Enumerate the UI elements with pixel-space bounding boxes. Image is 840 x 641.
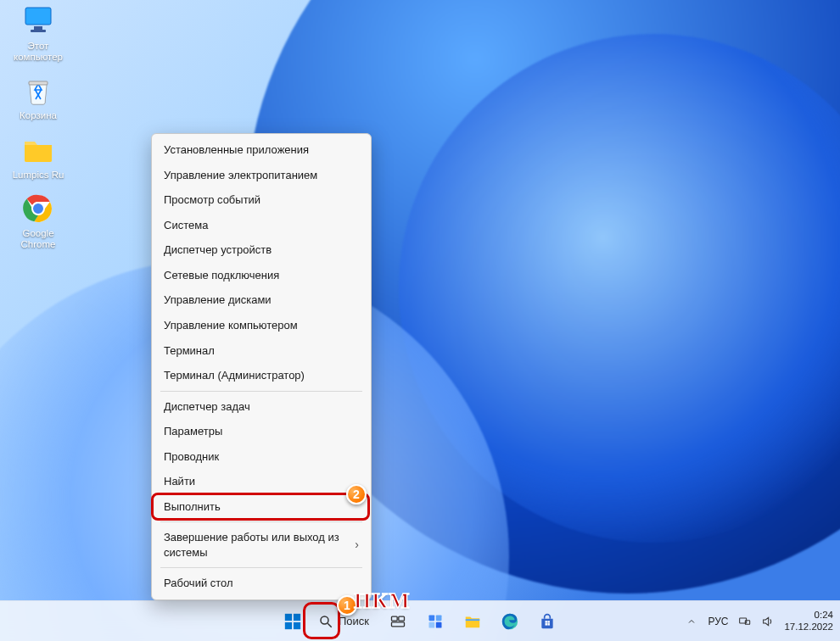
svg-rect-10 (285, 621, 292, 628)
desktop-icons: Этот компьютер Корзина Lumpics Ru (5, 3, 71, 250)
chrome-icon (20, 191, 56, 226)
task-view-icon (389, 613, 406, 630)
context-menu-item[interactable]: Управление электропитанием (152, 163, 371, 188)
desktop-icon-chrome[interactable]: Google Chrome (5, 191, 71, 250)
svg-rect-2 (34, 26, 42, 30)
svg-rect-15 (399, 616, 405, 621)
svg-rect-26 (547, 623, 550, 626)
context-menu-item[interactable]: Установленные приложения (152, 137, 371, 163)
monitor-icon (20, 3, 56, 39)
tray-clock[interactable]: 0:24 17.12.2022 (784, 610, 833, 632)
volume-icon[interactable] (760, 614, 776, 629)
context-menu-item[interactable]: Найти (152, 469, 371, 494)
context-menu-item-label: Управление компьютером (164, 318, 298, 333)
context-menu-item[interactable]: Проводник (152, 444, 371, 470)
taskbar-search-label: Поиск (339, 615, 369, 627)
tray-language[interactable]: РУС (708, 616, 728, 627)
svg-rect-20 (436, 621, 442, 627)
context-menu-item-label: Установленные приложения (164, 142, 309, 158)
taskbar-widgets[interactable] (418, 605, 452, 638)
context-menu-item[interactable]: Завершение работы или выход из системы (152, 525, 371, 565)
svg-rect-14 (392, 616, 398, 621)
taskbar: Поиск (0, 600, 840, 641)
context-menu-item[interactable]: Управление дисками (152, 287, 371, 313)
context-menu-item[interactable]: Диспетчер устройств (152, 237, 371, 263)
context-menu-item-label: Управление дисками (164, 293, 272, 308)
svg-rect-0 (25, 8, 51, 25)
network-icon[interactable] (736, 614, 752, 629)
context-menu-item-label: Найти (164, 474, 195, 489)
svg-rect-25 (546, 623, 548, 626)
desktop-icon-recycle-bin[interactable]: Корзина (5, 73, 71, 121)
svg-rect-18 (436, 615, 442, 621)
menu-separator (160, 391, 362, 392)
context-menu-item-label: Система (164, 218, 208, 233)
context-menu-item-label: Диспетчер устройств (164, 242, 272, 258)
taskbar-store[interactable] (530, 605, 564, 638)
store-icon (539, 613, 556, 630)
tray-chevron-up-icon[interactable] (684, 614, 699, 629)
edge-icon (501, 612, 519, 631)
context-menu-item-label: Диспетчер задач (164, 399, 250, 415)
desktop-icon-label: Lumpics Ru (13, 170, 64, 181)
tray-date: 17.12.2022 (784, 621, 833, 633)
svg-rect-3 (31, 30, 46, 32)
taskbar-explorer[interactable] (456, 605, 490, 638)
desktop-icon-folder-lumpics[interactable]: Lumpics Ru (5, 132, 71, 181)
context-menu-item[interactable]: Рабочий стол (152, 571, 371, 596)
context-menu-item-label: Параметры (164, 424, 222, 439)
start-context-menu: Установленные приложенияУправление элект… (151, 133, 372, 600)
context-menu-item-label: Завершение работы или выход из системы (164, 530, 348, 560)
windows-icon (283, 612, 302, 631)
context-menu-item[interactable]: Система (152, 213, 371, 238)
svg-point-12 (321, 616, 328, 624)
taskbar-center: Поиск (276, 605, 564, 638)
svg-rect-16 (392, 621, 405, 626)
svg-rect-8 (285, 613, 292, 620)
annotation-rmb-label: ПКМ (354, 588, 411, 614)
desktop-icon-label: Корзина (20, 110, 57, 121)
context-menu-item[interactable]: Сетевые подключения (152, 263, 371, 288)
svg-rect-23 (546, 621, 548, 623)
annotation-step-2: 2 (346, 484, 367, 504)
menu-separator (160, 567, 362, 568)
search-icon (318, 614, 333, 629)
widgets-icon (427, 613, 444, 630)
desktop-icon-label: Этот компьютер (14, 41, 63, 63)
context-menu-item-label: Просмотр событий (164, 192, 260, 208)
svg-rect-21 (466, 619, 480, 621)
svg-line-13 (328, 623, 332, 627)
folder-icon (20, 132, 56, 168)
recycle-bin-icon (20, 73, 56, 109)
context-menu-item-label: Управление электропитанием (164, 168, 317, 183)
desktop-icon-this-pc[interactable]: Этот компьютер (5, 3, 71, 63)
context-menu-item-label: Терминал (Администратор) (164, 368, 305, 383)
svg-rect-24 (547, 621, 550, 623)
context-menu-item[interactable]: Просмотр событий (152, 187, 371, 213)
context-menu-item-label: Терминал (164, 343, 215, 359)
svg-rect-28 (746, 620, 750, 624)
desktop-wallpaper (0, 0, 840, 641)
context-menu-item-label: Проводник (164, 449, 219, 465)
context-menu-item[interactable]: Терминал (152, 338, 371, 364)
svg-rect-9 (294, 613, 300, 620)
menu-separator (160, 521, 362, 522)
system-tray: РУС 0:24 17.12.2022 (684, 601, 833, 641)
file-explorer-icon (463, 612, 482, 631)
context-menu-item[interactable]: Управление компьютером (152, 313, 371, 338)
svg-rect-11 (294, 621, 300, 628)
svg-rect-4 (29, 81, 48, 85)
tray-time: 0:24 (784, 610, 833, 621)
context-menu-item[interactable]: Диспетчер задач (152, 394, 371, 420)
taskbar-edge[interactable] (493, 605, 527, 638)
context-menu-item-label: Выполнить (164, 499, 221, 515)
context-menu-item[interactable]: Выполнить (152, 494, 371, 520)
context-menu-item-label: Сетевые подключения (164, 268, 279, 283)
context-menu-item[interactable]: Терминал (Администратор) (152, 363, 371, 388)
svg-rect-17 (429, 615, 435, 621)
start-button[interactable] (276, 605, 310, 638)
context-menu-item-label: Рабочий стол (164, 576, 233, 591)
svg-rect-19 (429, 621, 435, 627)
context-menu-item[interactable]: Параметры (152, 419, 371, 444)
desktop-icon-label: Google Chrome (21, 228, 56, 250)
